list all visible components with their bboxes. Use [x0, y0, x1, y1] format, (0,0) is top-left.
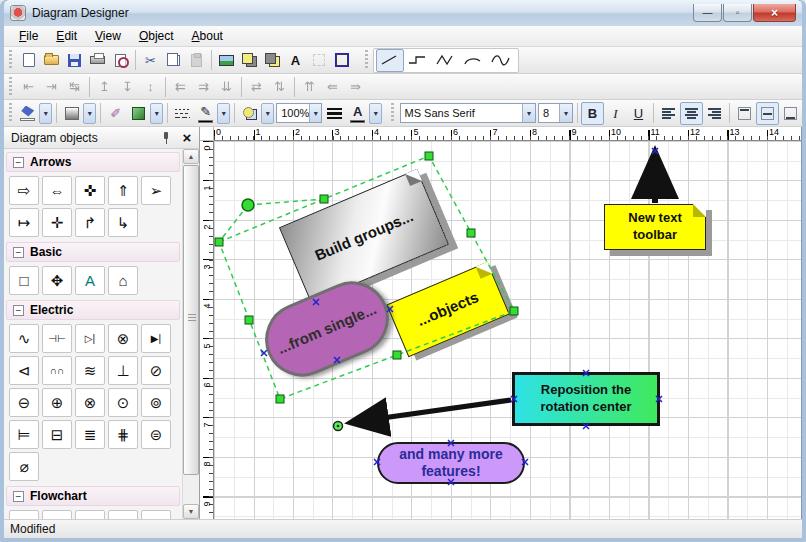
shape-corner-arrow-up[interactable]: ↱ [75, 208, 105, 237]
section-header-electric[interactable]: −Electric [6, 300, 180, 320]
copy-style-button[interactable]: ✐ [104, 102, 127, 125]
send-to-back-button[interactable] [261, 49, 284, 72]
menu-file[interactable]: File [10, 27, 47, 45]
group-button[interactable] [307, 49, 330, 72]
shape-chevron[interactable]: ➢ [141, 176, 171, 205]
align-text-left-button[interactable] [657, 102, 680, 125]
scroll-up-icon[interactable]: ▲ [183, 149, 199, 164]
font-color-dropdown[interactable]: ▾ [369, 103, 382, 124]
resize-handle[interactable] [425, 152, 433, 160]
line-curve-button[interactable] [488, 49, 516, 72]
default-style-button[interactable] [238, 102, 261, 125]
font-color-button[interactable]: A [346, 102, 369, 125]
objects-note[interactable]: ...objects [386, 262, 510, 357]
open-button[interactable] [40, 49, 63, 72]
font-size-dropdown[interactable]: ▾ [559, 104, 572, 122]
shape-anchor-point[interactable]: ✥ [42, 266, 72, 295]
shape-diode-2[interactable]: ▶| [141, 324, 171, 353]
fill-color-dropdown[interactable]: ▾ [39, 103, 52, 124]
toolbar-grip[interactable] [7, 50, 15, 71]
shape-text[interactable]: A [75, 266, 105, 295]
resize-handle[interactable] [245, 316, 253, 324]
default-style-dropdown[interactable]: ▾ [261, 103, 274, 124]
shape-arrow-right[interactable]: ⇨ [9, 176, 39, 205]
shape-inductor-core[interactable]: ≋ [75, 356, 105, 385]
shape-dc-source[interactable]: ⊜ [141, 420, 171, 449]
maximize-button[interactable]: ▫ [723, 4, 752, 22]
panel-scrollbar[interactable]: ▲ ▼ [182, 149, 199, 519]
resize-handle[interactable] [215, 238, 223, 246]
shape-rectangle[interactable]: □ [9, 266, 39, 295]
shape-capacitor[interactable]: ⊣⊢ [42, 324, 72, 353]
resize-handle[interactable] [276, 395, 284, 403]
gradient-style-button[interactable] [60, 102, 83, 125]
shape-arrow-4way[interactable]: ✜ [75, 176, 105, 205]
shape-transistor[interactable]: ⊲ [9, 356, 39, 385]
copy-button[interactable] [162, 49, 185, 72]
insert-image-button[interactable] [215, 49, 238, 72]
minimize-button[interactable]: — [693, 4, 722, 22]
line-arc-button[interactable] [460, 49, 488, 72]
shape-resistor[interactable]: ∿ [9, 324, 39, 353]
shape-data[interactable]: ▱ [108, 510, 138, 519]
section-header-flowchart[interactable]: −Flowchart [6, 486, 180, 506]
menu-edit[interactable]: Edit [47, 27, 86, 45]
shape-arrow-double[interactable]: ⇔ [42, 176, 72, 205]
underline-button[interactable]: U [627, 102, 650, 125]
fit-height-button[interactable]: ⇅ [268, 75, 291, 98]
fit-width-button[interactable]: ⇄ [245, 75, 268, 98]
align-bottom-button[interactable]: ↧ [116, 75, 139, 98]
shape-diode-circle[interactable]: ⊙ [108, 388, 138, 417]
shape-arrow-cross[interactable]: ✛ [42, 208, 72, 237]
print-button[interactable] [86, 49, 109, 72]
line-zigzag-button[interactable] [432, 49, 460, 72]
pen-color-button[interactable]: ✎ [194, 102, 217, 125]
resize-handle[interactable] [393, 351, 401, 359]
shape-led[interactable]: ⊚ [141, 388, 171, 417]
ungroup-button[interactable] [330, 49, 353, 72]
italic-button[interactable]: I [604, 102, 627, 125]
shape-inductor[interactable]: ∩∩ [42, 356, 72, 385]
spread-horizontal-button[interactable]: ⇇ [169, 75, 192, 98]
pen-color-dropdown[interactable]: ▾ [217, 103, 230, 124]
align-middle-button[interactable]: ↕ [139, 75, 162, 98]
new-button[interactable] [17, 49, 40, 72]
shape-transformer[interactable]: ≣ [75, 420, 105, 449]
rotation-center-marker[interactable] [334, 422, 343, 431]
shape-corner-arrow-down[interactable]: ↳ [108, 208, 138, 237]
zoom-dropdown[interactable]: ▾ [309, 104, 321, 122]
shape-arrow-3way[interactable]: ⇑ [108, 176, 138, 205]
font-combo[interactable]: MS Sans Serif ▾ [400, 103, 537, 123]
shape-terminator[interactable]: ○ [75, 510, 105, 519]
drawing-canvas[interactable]: Build groups... ...objects ...from singl… [214, 141, 801, 519]
new-text-toolbar-note[interactable]: New text toolbar [604, 204, 706, 250]
shadow-color-button[interactable] [127, 102, 150, 125]
line-elbow-button[interactable] [404, 49, 432, 72]
title-bar[interactable]: Diagram Designer — ▫ × [4, 0, 802, 26]
section-header-basic[interactable]: −Basic [6, 242, 180, 262]
shape-polygon[interactable]: ⌂ [108, 266, 138, 295]
fill-color-button[interactable] [16, 102, 39, 125]
align-center-button[interactable]: ↹ [63, 75, 86, 98]
tree-expand-button[interactable]: ⇚ [321, 75, 344, 98]
font-size-combo[interactable]: 8 ▾ [538, 103, 573, 123]
align-right-button[interactable]: ⇥ [40, 75, 63, 98]
resize-handle[interactable] [320, 195, 328, 203]
shadow-color-dropdown[interactable]: ▾ [150, 103, 163, 124]
collapse-icon[interactable]: − [13, 247, 24, 258]
close-button[interactable]: × [753, 4, 796, 22]
save-button[interactable] [63, 49, 86, 72]
menu-about[interactable]: About [183, 27, 232, 45]
shape-diode[interactable]: ▷| [75, 324, 105, 353]
shape-transformer-2[interactable]: ⋕ [108, 420, 138, 449]
align-top-button[interactable]: ↥ [93, 75, 116, 98]
collapse-icon[interactable]: − [13, 491, 24, 502]
resize-handle[interactable] [510, 307, 518, 315]
panel-close-icon[interactable]: × [179, 129, 195, 146]
valign-top-button[interactable] [733, 102, 756, 125]
shape-pnp-transistor[interactable]: ⊕ [42, 388, 72, 417]
cut-button[interactable]: ✂ [139, 49, 162, 72]
align-text-center-button[interactable] [680, 102, 703, 125]
shape-transistor-circle[interactable]: ⊘ [141, 356, 171, 385]
spread-both-button[interactable]: ⇊ [215, 75, 238, 98]
